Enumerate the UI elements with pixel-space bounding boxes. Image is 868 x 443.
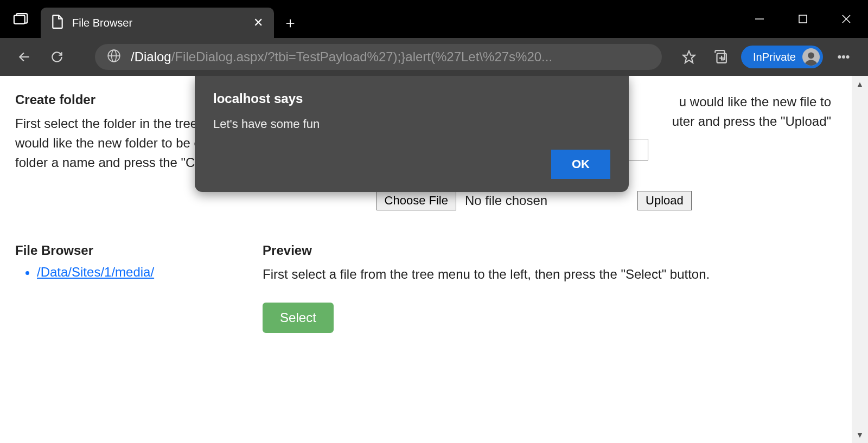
tab-close-button[interactable]: ✕ [253, 16, 263, 30]
file-tree-link[interactable]: /Data/Sites/1/media/ [37, 265, 154, 280]
inprivate-badge[interactable]: InPrivate [741, 46, 823, 68]
choose-file-button[interactable]: Choose File [376, 191, 456, 210]
new-tab-button[interactable]: ＋ [274, 8, 307, 38]
svg-marker-9 [683, 51, 695, 63]
scroll-up-arrow-icon[interactable]: ▲ [852, 76, 868, 92]
svg-rect-2 [799, 15, 807, 23]
refresh-button[interactable] [46, 46, 68, 68]
alert-title: localhost says [213, 91, 610, 106]
profile-avatar-icon [802, 48, 820, 66]
no-file-chosen-text: No file chosen [465, 193, 547, 208]
window-minimize-button[interactable] [738, 0, 781, 38]
upload-intro-fragment2: uter and press the "Upload" [672, 114, 831, 129]
svg-point-13 [808, 53, 814, 59]
toolbar: /Dialog/FileDialog.aspx/?tbi=TestPayload… [0, 38, 868, 76]
browser-tab[interactable]: File Browser ✕ [41, 8, 274, 38]
viewport: Create folder First select the folder in… [0, 76, 868, 443]
js-alert-dialog: localhost says Let's have some fun OK [195, 76, 629, 192]
vertical-scrollbar[interactable]: ▲ ▼ [852, 76, 868, 443]
file-browser-heading: File Browser [15, 243, 154, 258]
svg-point-16 [847, 56, 849, 58]
alert-ok-button[interactable]: OK [551, 150, 610, 179]
tab-title: File Browser [72, 17, 132, 29]
address-bar[interactable]: /Dialog/FileDialog.aspx/?tbi=TestPayload… [95, 44, 662, 70]
select-button[interactable]: Select [263, 303, 334, 333]
upload-intro-fragment: u would like the new file to [679, 94, 831, 109]
titlebar: File Browser ✕ ＋ [0, 0, 868, 38]
url-text: /Dialog/FileDialog.aspx/?tbi=TestPayload… [131, 49, 650, 65]
upload-button[interactable]: Upload [637, 191, 692, 210]
favorites-button[interactable] [678, 46, 700, 68]
window-close-button[interactable] [825, 0, 868, 38]
inprivate-label: InPrivate [753, 51, 796, 63]
more-menu-button[interactable] [833, 46, 854, 68]
preview-text: First select a file from the tree menu t… [263, 265, 710, 284]
svg-rect-0 [14, 15, 24, 23]
scroll-down-arrow-icon[interactable]: ▼ [852, 427, 868, 443]
back-button[interactable] [14, 46, 35, 68]
collections-button[interactable] [710, 46, 731, 68]
tab-overview-button[interactable] [0, 0, 41, 38]
globe-icon [107, 49, 121, 65]
window-controls [738, 0, 868, 38]
svg-point-14 [838, 56, 840, 58]
window-maximize-button[interactable] [781, 0, 825, 38]
preview-heading: Preview [263, 243, 710, 258]
file-icon [52, 15, 63, 31]
alert-message: Let's have some fun [213, 117, 610, 131]
svg-point-15 [843, 56, 845, 58]
